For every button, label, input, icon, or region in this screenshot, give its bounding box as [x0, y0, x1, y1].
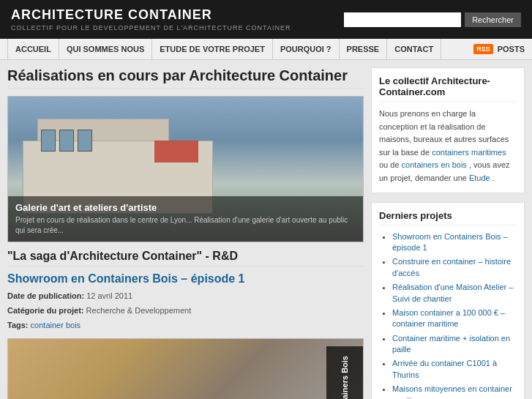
header: ARCHITECTURE CONTAINER COLLECTIF POUR LE…	[0, 0, 532, 39]
posts-label: POSTS	[498, 45, 525, 53]
article-meta: Date de publication: 12 avril 2011 Catég…	[7, 289, 364, 332]
sidebar-derniers-projets-box: Derniers projets Showroom en Containers …	[371, 202, 525, 399]
sidebar-project-link[interactable]: Showroom en Containers Bois – épisode 1	[392, 232, 508, 252]
collectif-text-4: .	[492, 174, 495, 182]
nav-links: ACCUEIL QUI SOMMES NOUS ETUDE DE VOTRE P…	[7, 39, 441, 59]
sidebar-project-item: Container maritime + isolation en paille	[392, 333, 517, 356]
sidebar-collectif-text: Nous prenons en charge la conception et …	[379, 108, 517, 185]
date-value: 12 avril 2011	[86, 291, 132, 300]
nav-contact[interactable]: CONTACT	[387, 39, 441, 59]
sidebar-project-link[interactable]: Construire en container – histoire d'acc…	[392, 257, 511, 277]
site-brand: ARCHITECTURE CONTAINER COLLECTIF POUR LE…	[11, 7, 291, 31]
article-tag[interactable]: container bois	[31, 321, 81, 329]
category-label: Catégorie du projet:	[7, 306, 84, 315]
date-label: Date de publication:	[7, 291, 84, 300]
container-red	[154, 141, 198, 163]
sidebar: Le collectif Architecture-Container.com …	[371, 67, 525, 399]
article-img-text: containers Bois	[340, 356, 349, 399]
site-title: ARCHITECTURE CONTAINER	[11, 7, 291, 23]
site-subtitle: COLLECTIF POUR LE DEVELOPPEMENT DE L'ARC…	[11, 24, 291, 31]
category-value: Recherche & Developpement	[86, 306, 192, 315]
nav: ACCUEIL QUI SOMMES NOUS ETUDE DE VOTRE P…	[0, 39, 532, 60]
sidebar-project-item: Réalisation d'une Maison Atelier – Suivi…	[392, 282, 517, 305]
section-title: "La saga d'Architecture Container" - R&D	[7, 250, 364, 266]
hero-caption: Galerie d'art et ateliers d'artiste	[15, 202, 356, 213]
collectif-text-2: ou de	[379, 160, 400, 169]
hero-image: Galerie d'art et ateliers d'artiste Proj…	[7, 96, 364, 242]
sidebar-project-link[interactable]: Maisons mitoyennes en container maritime	[392, 384, 512, 399]
nav-pourquoi[interactable]: POURQUOI ?	[273, 39, 340, 59]
link-containers-maritimes[interactable]: containers maritimes	[432, 148, 506, 157]
main-layout: Réalisations en cours par Architecture C…	[0, 60, 532, 399]
sidebar-derniers-title: Derniers projets	[379, 210, 517, 225]
article-image: containers Bois	[7, 338, 364, 399]
nav-right: RSS POSTS	[473, 44, 525, 54]
page-title: Réalisations en cours par Architecture C…	[7, 67, 364, 89]
sidebar-project-link[interactable]: Arrivée du container C1001 à Thurins	[392, 359, 497, 379]
link-containers-bois[interactable]: containers en bois	[402, 160, 467, 169]
building-windows	[41, 130, 92, 152]
content-area: Réalisations en cours par Architecture C…	[7, 67, 364, 399]
sidebar-project-link[interactable]: Réalisation d'une Maison Atelier – Suivi…	[392, 283, 513, 302]
window-1	[41, 130, 56, 152]
rss-icon[interactable]: RSS	[473, 44, 493, 54]
sidebar-project-item: Construire en container – histoire d'acc…	[392, 256, 517, 279]
sidebar-collectif-box: Le collectif Architecture-Container.com …	[371, 67, 525, 193]
hero-description: Projet en cours de réalisation dans le c…	[15, 215, 356, 236]
article: Showroom en Containers Bois – épisode 1 …	[7, 272, 364, 399]
sidebar-project-item: Maison container a 100 000 € – container…	[392, 307, 517, 330]
search-area: Rechercher	[344, 12, 521, 27]
sidebar-project-item: Showroom en Containers Bois – épisode 1	[392, 231, 517, 254]
window-2	[59, 130, 74, 152]
sidebar-projects-list: Showroom en Containers Bois – épisode 1C…	[379, 231, 517, 399]
window-3	[78, 130, 92, 152]
article-title[interactable]: Showroom en Containers Bois – épisode 1	[7, 272, 364, 286]
nav-qui-sommes-nous[interactable]: QUI SOMMES NOUS	[59, 39, 152, 59]
sidebar-project-link[interactable]: Container maritime + isolation en paille	[392, 334, 510, 354]
sidebar-collectif-title: Le collectif Architecture-Container.com	[379, 75, 517, 102]
nav-accueil[interactable]: ACCUEIL	[7, 39, 59, 59]
nav-presse[interactable]: PRESSE	[340, 39, 388, 59]
sidebar-project-item: Maisons mitoyennes en container maritime	[392, 384, 517, 399]
sidebar-project-item: Arrivée du container C1001 à Thurins	[392, 358, 517, 381]
search-button[interactable]: Rechercher	[465, 12, 521, 27]
search-input[interactable]	[344, 12, 461, 27]
article-img-label: containers Bois	[326, 346, 363, 399]
nav-etude[interactable]: ETUDE DE VOTRE PROJET	[152, 39, 273, 59]
hero-overlay: Galerie d'art et ateliers d'artiste Proj…	[8, 196, 363, 242]
tags-label: Tags:	[7, 321, 29, 329]
sidebar-project-link[interactable]: Maison container a 100 000 € – container…	[392, 308, 505, 328]
link-etude[interactable]: Etude	[469, 174, 490, 182]
